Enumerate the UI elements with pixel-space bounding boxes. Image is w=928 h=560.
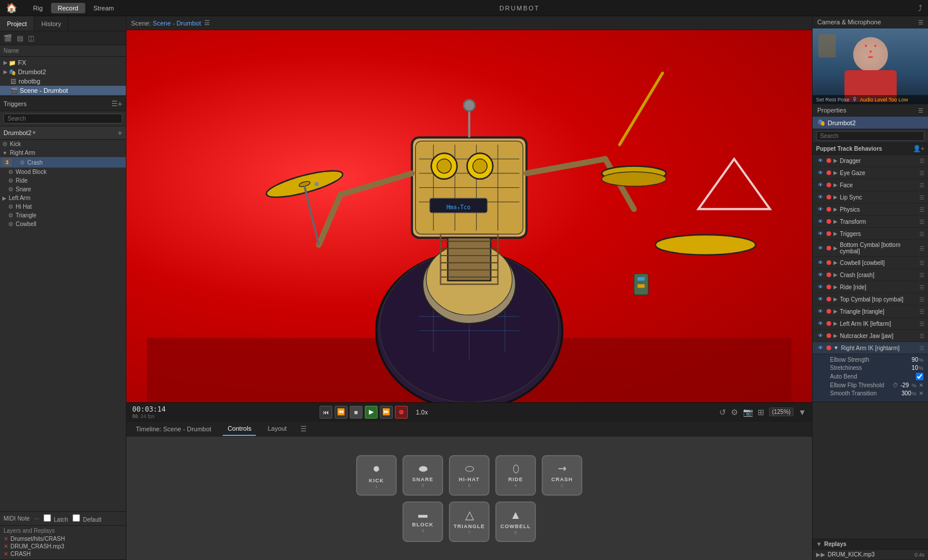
expand-icon[interactable]: ▶ [833,284,838,290]
tree-item-scene-drumbot[interactable]: 🎬 Scene - Drumbot [0,86,126,95]
expand-icon[interactable]: ▶ [833,219,838,224]
ride-pad[interactable]: ⬯ RIDE 4 [495,455,536,496]
behavior-right-arm-ik[interactable]: 👁 ▼ Right Arm IK [rightarm] ☰ [813,342,928,354]
list-item-cowbell[interactable]: ⚙ Cowbell [0,220,126,228]
remove-layer-icon[interactable]: ✕ [3,536,8,542]
list-item-leftarm[interactable]: ▶ Left Arm [0,194,126,202]
refresh-icon[interactable]: ↺ [719,408,726,417]
tab-history[interactable]: History [34,16,68,31]
kick-pad[interactable]: ● KICK 1 [356,455,397,496]
export-icon[interactable]: ⤴ [918,3,922,13]
chevron-icon[interactable]: ▼ [798,408,806,417]
expand-icon[interactable]: ▶ [833,206,838,212]
behavior-menu-icon[interactable]: ☰ [919,182,925,188]
triangle-pad[interactable]: △ TRIANGLE 7 [449,501,490,542]
menu-record[interactable]: Record [51,3,85,13]
list-item-woodblock[interactable]: ⚙ Wood Block [0,168,126,176]
default-checkbox[interactable] [72,514,80,522]
play-button[interactable]: ▶ [365,406,378,419]
behavior-menu-icon[interactable]: ☰ [919,284,925,290]
puppet-dropdown[interactable]: Drumbot2 ▼ + [0,126,126,140]
eye-icon[interactable]: 👁 [816,193,824,201]
camera-icon[interactable]: 📷 [743,408,753,417]
behavior-menu-icon[interactable]: ☰ [919,206,925,213]
auto-bend-checkbox[interactable] [916,373,923,380]
list-item-ride[interactable]: ⚙ Ride [0,176,126,185]
behaviors-add-icon[interactable]: 👤+ [913,145,925,152]
eye-icon[interactable]: 👁 [816,259,824,267]
behavior-transform[interactable]: 👁 ▶ Transform ☰ [813,216,928,228]
menu-stream[interactable]: Stream [86,3,121,13]
expand-icon[interactable]: ▶ [833,308,838,314]
expand-icon[interactable]: ▶ [833,272,838,278]
expand-icon[interactable]: ▶ [833,321,838,326]
clear-icon[interactable]: ✕ [919,382,923,388]
expand-icon[interactable]: ▶ [833,170,838,176]
behavior-face[interactable]: 👁 ▶ Face ☰ [813,179,928,191]
list-item[interactable]: ▼ Right Arm [0,148,126,157]
expand-icon[interactable]: ▶ [833,182,838,188]
eye-icon[interactable]: 👁 [816,157,824,165]
block-pad[interactable]: ▬ BLOCK 3 [403,501,443,542]
scene-link[interactable]: Scene - Drumbot [153,20,201,27]
frame-forward-button[interactable]: ⏩ [380,406,393,419]
play-icon[interactable]: ▶▶ [816,551,825,558]
cowbell-pad[interactable]: ▲ COWBELL 8 [495,501,536,542]
behavior-crash[interactable]: 👁 ▶ Crash [crash] ☰ [813,269,928,281]
behavior-menu-icon[interactable]: ☰ [919,321,925,327]
behavior-menu-icon[interactable]: ☰ [919,308,925,315]
eye-icon[interactable]: 👁 [816,332,824,340]
behavior-triangle[interactable]: 👁 ▶ Triangle [triangle] ☰ [813,306,928,318]
frame-back-button[interactable]: ⏪ [335,406,347,419]
prop-menu-icon[interactable]: ☰ [918,107,923,114]
tab-layout[interactable]: Layout [263,421,291,436]
behavior-menu-icon[interactable]: ☰ [919,272,925,278]
canvas-area[interactable]: Hma₃Tco [126,30,812,402]
eye-icon[interactable]: 👁 [816,344,824,352]
expand-icon[interactable]: ▶ [833,260,838,266]
behavior-menu-icon[interactable]: ☰ [919,245,925,252]
menu-rig[interactable]: Rig [26,3,50,13]
scene-menu-icon[interactable]: ☰ [204,19,210,27]
grid-icon[interactable]: ▤ [17,34,23,42]
tree-item-robotbg[interactable]: 🖼 robotbg [0,77,126,86]
expand-icon[interactable]: ▶ [833,245,838,251]
eye-icon[interactable]: 👁 [816,181,824,189]
stop-button[interactable]: ■ [350,406,362,419]
behavior-bottom-cymbal[interactable]: 👁 ▶ Bottom Cymbal [bottom cymbal] ☰ [813,240,928,257]
movie-icon[interactable]: 🎬 [3,34,12,42]
crash-pad[interactable]: ↗ CRASH 2 [542,455,582,496]
list-item-crash[interactable]: 3 ⚙ Crash [0,157,126,168]
behavior-menu-icon[interactable]: ☰ [919,194,925,201]
record-button[interactable] [395,406,408,419]
eye-icon[interactable]: 👁 [816,217,824,226]
replays-expand-icon[interactable]: ▼ [816,541,822,547]
eye-icon[interactable]: 👁 [816,295,824,303]
tab-controls[interactable]: Controls [223,421,256,436]
layers-icon[interactable]: ◫ [28,34,34,42]
behavior-triggers[interactable]: 👁 ▶ Triggers ☰ [813,228,928,240]
behavior-eyegaze[interactable]: 👁 ▶ Eye Gaze ☰ [813,167,928,179]
behavior-menu-icon[interactable]: ☰ [919,231,925,237]
behavior-left-arm-ik[interactable]: 👁 ▶ Left Arm IK [leftarm] ☰ [813,318,928,330]
behavior-nutcracker-jaw[interactable]: 👁 ▶ Nutcracker Jaw [jaw] ☰ [813,330,928,342]
snare-pad[interactable]: ⬬ SNARE 5 [403,455,443,496]
menu-icon[interactable]: ☰ [300,425,307,433]
eye-icon[interactable]: 👁 [816,319,824,328]
hihat-pad[interactable]: ⬭ HI-HAT 6 [449,455,490,496]
list-item-triangle[interactable]: ⚙ Triangle [0,211,126,220]
behavior-cowbell[interactable]: 👁 ▶ Cowbell [cowbell] ☰ [813,257,928,269]
camera-menu-icon[interactable]: ☰ [918,19,923,26]
behavior-menu-icon[interactable]: ☰ [919,219,925,225]
behavior-lipsync[interactable]: 👁 ▶ Lip Sync ☰ [813,191,928,203]
zoom-level[interactable]: (125%) [769,408,793,416]
settings-icon[interactable]: ⚙ [731,408,738,417]
latch-checkbox[interactable] [44,514,51,522]
behavior-menu-icon[interactable]: ☰ [919,296,925,303]
triggers-add-button[interactable]: + [118,99,122,108]
behavior-menu-icon[interactable]: ☰ [919,158,925,164]
tree-item-drumbot2[interactable]: ▶ 🎭 Drumbot2 [0,67,126,77]
tree-item-fx[interactable]: ▶ 📁 FX [0,58,126,67]
grid-icon[interactable]: ⊞ [757,408,764,417]
eye-icon[interactable]: 👁 [816,307,824,315]
